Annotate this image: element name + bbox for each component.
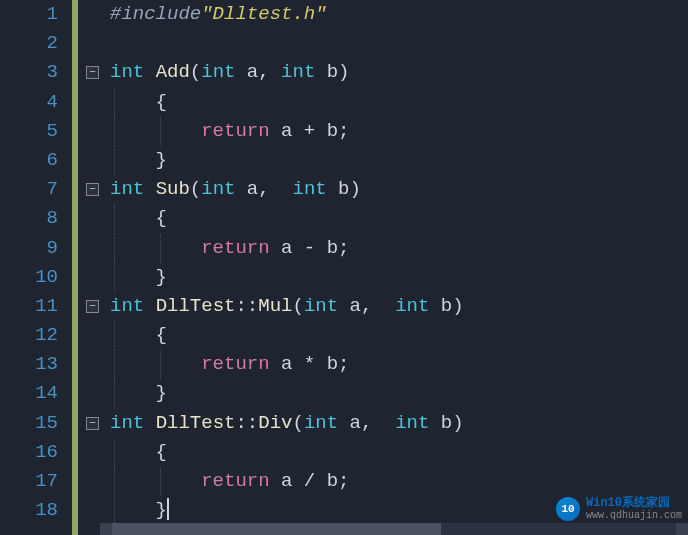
code-token: ( <box>190 61 201 83</box>
line-number: 17 <box>0 467 72 496</box>
code-line[interactable]: { <box>110 204 688 233</box>
line-number: 6 <box>0 146 72 175</box>
code-token: b) <box>327 178 361 200</box>
scroll-left-button[interactable] <box>100 523 112 535</box>
code-line[interactable]: { <box>110 438 688 467</box>
code-line[interactable]: { <box>110 88 688 117</box>
line-number-gutter: 123456789101112131415161718 <box>0 0 72 535</box>
code-token: Mul <box>258 295 292 317</box>
code-line[interactable]: return a + b; <box>110 117 688 146</box>
code-token: a + b; <box>270 120 350 142</box>
fold-minus-icon[interactable]: − <box>86 300 99 313</box>
code-line[interactable]: return a * b; <box>110 350 688 379</box>
horizontal-scrollbar[interactable] <box>100 523 688 535</box>
code-line[interactable]: } <box>110 379 688 408</box>
code-token: return <box>201 237 269 259</box>
line-number: 9 <box>0 234 72 263</box>
code-token: } <box>156 266 167 288</box>
code-token: return <box>201 353 269 375</box>
code-token: Add <box>156 61 190 83</box>
scrollbar-thumb[interactable] <box>112 523 441 535</box>
code-token: int <box>110 295 144 317</box>
code-line[interactable]: return a / b; <box>110 467 688 496</box>
fold-minus-icon[interactable]: − <box>86 183 99 196</box>
code-token: int <box>110 178 144 200</box>
line-number: 3 <box>0 58 72 87</box>
line-number: 18 <box>0 496 72 525</box>
line-number: 12 <box>0 321 72 350</box>
code-token: Div <box>258 412 292 434</box>
line-number: 4 <box>0 88 72 117</box>
code-line[interactable]: #include"Dlltest.h" <box>110 0 688 29</box>
code-token: int <box>110 61 144 83</box>
code-token <box>144 412 155 434</box>
code-token: DllTest <box>156 295 236 317</box>
code-line[interactable]: } <box>110 496 688 525</box>
code-line[interactable]: int Sub(int a, int b) <box>110 175 688 204</box>
code-token: a, <box>235 178 292 200</box>
line-number: 16 <box>0 438 72 467</box>
code-token: "Dlltest.h" <box>201 3 326 25</box>
code-token: Sub <box>156 178 190 200</box>
code-token: ( <box>292 295 303 317</box>
line-number: 13 <box>0 350 72 379</box>
code-line[interactable]: return a - b; <box>110 234 688 263</box>
text-cursor <box>167 498 169 520</box>
code-token: int <box>201 178 235 200</box>
fold-minus-icon[interactable]: − <box>86 66 99 79</box>
code-line[interactable]: { <box>110 321 688 350</box>
code-token: a, <box>338 412 395 434</box>
code-token: ( <box>190 178 201 200</box>
line-number: 15 <box>0 409 72 438</box>
code-token: int <box>281 61 315 83</box>
code-line[interactable]: } <box>110 146 688 175</box>
code-line[interactable]: int DllTest::Div(int a, int b) <box>110 409 688 438</box>
code-token: a, <box>235 61 281 83</box>
code-token: int <box>110 412 144 434</box>
code-token: } <box>156 499 167 521</box>
line-number: 8 <box>0 204 72 233</box>
scroll-right-button[interactable] <box>676 523 688 535</box>
code-token: int <box>395 295 429 317</box>
fold-minus-icon[interactable]: − <box>86 417 99 430</box>
code-token: { <box>156 441 167 463</box>
code-token: { <box>156 324 167 346</box>
code-area[interactable]: #include"Dlltest.h"int Add(int a, int b)… <box>106 0 688 535</box>
line-number: 14 <box>0 379 72 408</box>
line-number: 2 <box>0 29 72 58</box>
code-token <box>144 295 155 317</box>
code-line[interactable] <box>110 29 688 58</box>
code-token: ( <box>292 412 303 434</box>
code-token: a * b; <box>270 353 350 375</box>
code-token: } <box>156 149 167 171</box>
code-token: a - b; <box>270 237 350 259</box>
line-number: 5 <box>0 117 72 146</box>
code-line[interactable]: } <box>110 263 688 292</box>
line-number: 7 <box>0 175 72 204</box>
code-line[interactable]: int DllTest::Mul(int a, int b) <box>110 292 688 321</box>
code-token: a / b; <box>270 470 350 492</box>
code-token: return <box>201 470 269 492</box>
code-token <box>144 178 155 200</box>
code-editor[interactable]: 123456789101112131415161718 −−−− #includ… <box>0 0 688 535</box>
code-token: int <box>201 61 235 83</box>
code-token: DllTest <box>156 412 236 434</box>
code-token: b) <box>429 412 463 434</box>
code-token: int <box>304 412 338 434</box>
code-token: :: <box>235 295 258 317</box>
code-token: return <box>201 120 269 142</box>
code-token: int <box>304 295 338 317</box>
fold-column: −−−− <box>78 0 106 535</box>
line-number: 10 <box>0 263 72 292</box>
code-token: b) <box>429 295 463 317</box>
code-token <box>144 61 155 83</box>
code-token: :: <box>235 412 258 434</box>
code-token: #include <box>110 3 201 25</box>
code-token: int <box>292 178 326 200</box>
code-token: b) <box>315 61 349 83</box>
code-token: a, <box>338 295 395 317</box>
code-token: { <box>156 207 167 229</box>
line-number: 11 <box>0 292 72 321</box>
code-line[interactable]: int Add(int a, int b) <box>110 58 688 87</box>
code-token: { <box>156 91 167 113</box>
